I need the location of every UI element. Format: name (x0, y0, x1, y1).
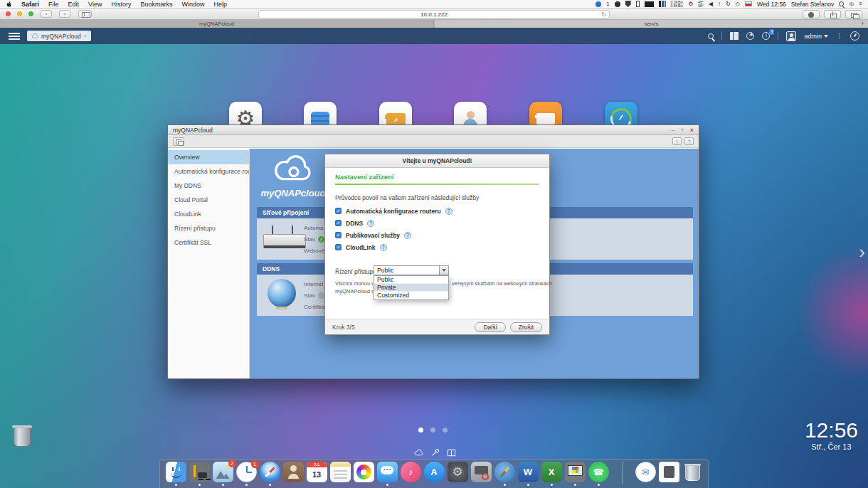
qnap-app-tab[interactable]: myQNAPcloud × (27, 31, 91, 41)
access-control-select[interactable]: Public (374, 265, 449, 275)
apple-icon[interactable] (6, 1, 12, 7)
dock-contacts[interactable] (282, 462, 304, 488)
window-close-button[interactable] (6, 11, 11, 16)
dock-safari[interactable] (259, 462, 280, 488)
status-volume-icon[interactable]: ◀ (709, 1, 713, 8)
close-icon[interactable]: × (690, 126, 694, 134)
help-icon[interactable] (380, 244, 387, 251)
siri-icon[interactable]: ◎ (849, 1, 854, 8)
dock-trash[interactable] (682, 462, 703, 488)
menu-history[interactable]: History (111, 1, 131, 8)
more-options-icon[interactable]: ⋮ (836, 34, 842, 38)
checkbox-checked[interactable] (335, 244, 342, 250)
help-icon[interactable] (404, 232, 411, 239)
status-app-badge-icon[interactable] (596, 1, 601, 7)
forward-button[interactable]: › (59, 10, 70, 18)
status-network-rates[interactable]: 0.3KB/s0.8KB/s (671, 1, 684, 8)
pager-dot-2[interactable] (430, 428, 435, 433)
search-icon[interactable] (708, 33, 714, 39)
dock-disk-health[interactable] (470, 462, 492, 488)
pager-dot-1[interactable] (418, 428, 423, 433)
next-page-chevron-icon[interactable]: › (859, 241, 865, 263)
back-button[interactable]: ‹ (41, 10, 52, 18)
status-dot-icon[interactable] (615, 1, 620, 7)
address-bar[interactable]: 10.0.1.222 ↻ (258, 10, 610, 18)
user-menu[interactable]: admin (804, 33, 828, 40)
external-device-icon[interactable] (746, 32, 754, 40)
status-airplay-icon[interactable]: ◇ (736, 1, 740, 8)
tab-overview-button[interactable] (845, 10, 862, 18)
sidebar-item-overview[interactable]: Overview (168, 150, 249, 164)
dock-document-app[interactable] (658, 462, 679, 488)
pager-dot-3[interactable] (443, 428, 448, 433)
menu-view[interactable]: View (88, 1, 102, 8)
dock-itunes[interactable] (400, 462, 421, 488)
sidebar-item-my-ddns[interactable]: My DDNS (168, 179, 249, 193)
status-temperatures[interactable]: 45°58° (698, 1, 704, 8)
status-gear-icon[interactable]: ⚙ (688, 1, 693, 8)
menu-file[interactable]: File (48, 1, 59, 8)
dock-messages[interactable] (376, 462, 398, 488)
window-minimize-button[interactable] (17, 11, 22, 16)
background-tasks-icon[interactable] (730, 32, 739, 40)
tab-myqnapcloud[interactable]: myQNAPcloud (0, 20, 434, 28)
checkbox-checked[interactable] (335, 220, 342, 226)
info-button[interactable]: i (672, 137, 682, 145)
dock-system-preferences[interactable] (447, 462, 468, 488)
sidebar-item-cloud-portal[interactable]: Cloud Portal (168, 193, 249, 207)
menu-window[interactable]: Window (181, 1, 204, 8)
dock-word[interactable]: W (517, 462, 539, 488)
cancel-button[interactable]: Zrušit (510, 322, 542, 332)
help-icon[interactable] (367, 220, 374, 227)
maximize-icon[interactable]: + (680, 126, 684, 134)
cascade-windows-button[interactable] (173, 137, 184, 146)
dashboard-icon[interactable] (850, 31, 859, 41)
sidebar-item-auto-router-config[interactable]: Automatická konfigurace routeru (168, 164, 249, 179)
checkbox-checked[interactable] (335, 232, 342, 238)
menu-safari[interactable]: Safari (21, 1, 39, 8)
dock-forklift[interactable] (189, 462, 210, 488)
dock-notes[interactable] (329, 462, 351, 488)
option-customized[interactable]: Customized (374, 292, 448, 299)
checkbox-checked[interactable] (335, 208, 342, 214)
tab-servis[interactable]: servis (435, 20, 868, 28)
downloads-button[interactable] (803, 10, 820, 18)
option-public[interactable]: Public (374, 276, 448, 284)
select-dropdown-button[interactable] (439, 266, 448, 275)
notification-center-icon[interactable]: ≡ (859, 1, 862, 8)
menu-edit[interactable]: Edit (68, 1, 80, 8)
next-button[interactable]: Další (475, 322, 505, 332)
status-timemachine-icon[interactable]: ↻ (726, 1, 731, 8)
dock-techtool[interactable] (494, 462, 515, 488)
dock-excel[interactable]: X (541, 462, 562, 488)
share-button[interactable] (824, 10, 841, 18)
user-avatar[interactable] (786, 31, 796, 41)
dock-calendar[interactable]: 13 JUL (306, 462, 327, 488)
help-icon[interactable] (445, 208, 452, 215)
status-shield-icon[interactable] (625, 1, 631, 7)
dock-appstore[interactable]: A (423, 462, 445, 488)
dock-mail-app[interactable] (635, 462, 656, 488)
sidebar-item-cloudlink[interactable]: CloudLink (168, 207, 249, 221)
notifications-icon[interactable]: i3 (762, 32, 770, 40)
main-menu-icon[interactable] (9, 33, 20, 40)
option-private[interactable]: Private (374, 284, 448, 292)
minimize-icon[interactable]: – (671, 126, 674, 134)
menubar-user-name[interactable]: Stefan Stefanov (791, 1, 835, 8)
window-zoom-button[interactable] (28, 11, 33, 16)
menu-help[interactable]: Help (213, 1, 227, 8)
window-titlebar[interactable]: myQNAPcloud – + × (168, 125, 699, 135)
dock-finder[interactable] (165, 462, 186, 488)
status-input-language-flag[interactable] (745, 1, 752, 6)
sidebar-item-access-control[interactable]: Řízení přístupu (168, 221, 249, 235)
status-display-icon[interactable] (645, 1, 654, 7)
dock-photos[interactable] (353, 462, 374, 488)
recycle-bin-icon[interactable] (11, 425, 33, 450)
menu-bookmarks[interactable]: Bookmarks (140, 1, 172, 8)
menubar-clock[interactable]: Wed 12:56 (757, 1, 786, 8)
help-button[interactable]: ? (684, 137, 694, 145)
status-meter-icon[interactable] (659, 1, 666, 7)
dock-separator[interactable] (611, 462, 633, 488)
reload-icon[interactable]: ↻ (601, 11, 606, 18)
dock-whatsapp[interactable] (588, 462, 609, 488)
